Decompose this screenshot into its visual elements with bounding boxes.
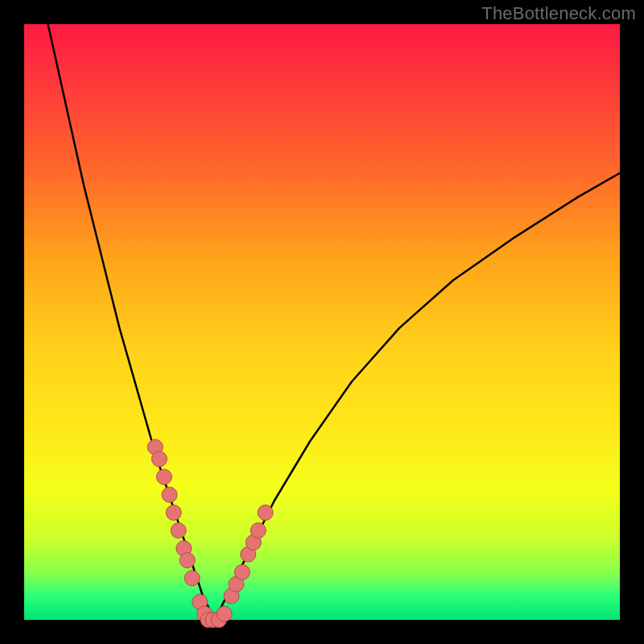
highlight-points	[147, 440, 273, 628]
highlight-point	[171, 523, 186, 539]
plot-area	[24, 24, 620, 620]
highlight-point	[258, 505, 273, 520]
highlight-point	[217, 606, 232, 621]
chart-frame: TheBottleneck.com	[0, 0, 644, 644]
watermark-text: TheBottleneck.com	[481, 3, 636, 24]
bottleneck-curve	[48, 24, 620, 620]
highlight-point	[250, 523, 266, 539]
highlight-point	[166, 505, 181, 520]
chart-svg	[24, 24, 620, 620]
highlight-point	[151, 452, 167, 467]
highlight-point	[184, 571, 200, 586]
highlight-point	[162, 487, 177, 502]
highlight-point	[234, 564, 250, 580]
highlight-point	[156, 469, 171, 485]
highlight-point	[180, 553, 195, 568]
